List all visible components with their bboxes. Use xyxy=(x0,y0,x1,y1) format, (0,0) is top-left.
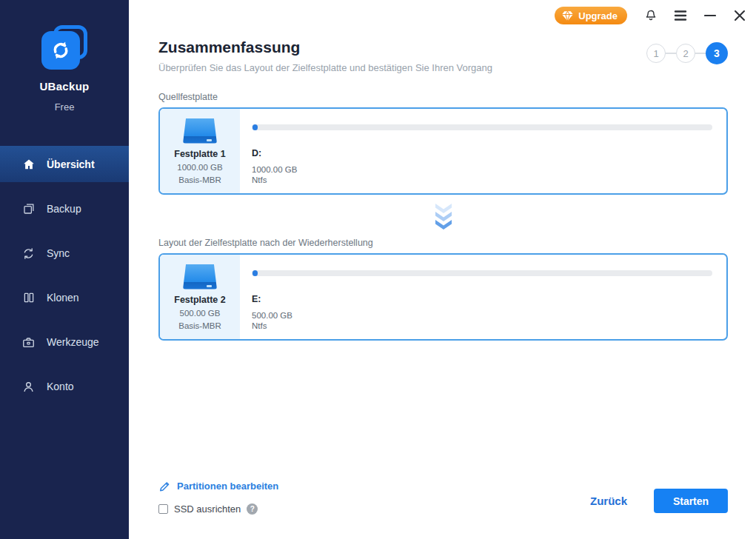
edit-partitions-link[interactable]: Partitionen bearbeiten xyxy=(158,480,278,492)
target-disk-card[interactable]: Festplatte 2 500.00 GB Basis-MBR E: 500.… xyxy=(158,253,728,341)
edit-partitions-label: Partitionen bearbeiten xyxy=(177,481,278,492)
content-area: Zusammenfassung Überprüfen Sie das Layou… xyxy=(129,31,756,539)
sidebar: UBackup Free Übersicht Backup xyxy=(0,0,129,539)
step-connector xyxy=(666,53,676,54)
sidebar-item-konto[interactable]: Konto xyxy=(0,364,129,409)
partition-usage-bar xyxy=(252,270,712,276)
source-disk-card[interactable]: Festplatte 1 1000.00 GB Basis-MBR D: 100… xyxy=(158,107,728,195)
home-icon xyxy=(21,157,36,171)
pencil-icon xyxy=(158,480,171,492)
disk-name: Festplatte 1 xyxy=(174,149,225,159)
account-icon xyxy=(21,380,36,394)
app-window: UBackup Free Übersicht Backup xyxy=(0,0,756,539)
partition-size: 500.00 GB xyxy=(252,311,712,320)
step-connector xyxy=(695,53,706,54)
sidebar-item-label: Klonen xyxy=(47,292,79,304)
sync-icon xyxy=(21,247,36,261)
sidebar-item-label: Backup xyxy=(47,203,81,215)
sidebar-nav: Übersicht Backup Sync xyxy=(0,142,129,409)
sidebar-item-uebersicht[interactable]: Übersicht xyxy=(0,146,129,182)
page-subtitle: Überprüfen Sie das Layout der Zielfestpl… xyxy=(158,62,492,73)
menu-button[interactable] xyxy=(666,4,695,27)
partition-size: 1000.00 GB xyxy=(252,165,712,174)
main-panel: Upgrade xyxy=(129,0,756,539)
partition-letter: D: xyxy=(252,148,712,158)
partition-filesystem: Ntfs xyxy=(252,321,712,330)
partition-used-segment xyxy=(252,124,258,130)
disk-layout-type: Basis-MBR xyxy=(178,321,221,330)
footer: Partitionen bearbeiten SSD ausrichten ? … xyxy=(158,480,728,515)
target-disk-info: Festplatte 2 500.00 GB Basis-MBR xyxy=(160,255,240,339)
sidebar-item-label: Sync xyxy=(47,247,70,259)
app-name: UBackup xyxy=(0,80,129,93)
sidebar-item-label: Konto xyxy=(47,381,74,392)
sidebar-item-sync[interactable]: Sync xyxy=(0,231,129,275)
sync-arrows-icon xyxy=(49,38,73,62)
partition-used-segment xyxy=(252,270,258,276)
minimize-button[interactable] xyxy=(695,4,725,27)
disk-capacity: 500.00 GB xyxy=(180,309,221,318)
source-disk-info: Festplatte 1 1000.00 GB Basis-MBR xyxy=(160,109,240,193)
close-button[interactable] xyxy=(725,4,755,27)
ssd-align-label: SSD ausrichten xyxy=(174,503,241,515)
ssd-align-checkbox[interactable] xyxy=(158,504,168,514)
disk-capacity: 1000.00 GB xyxy=(177,163,222,172)
target-disk-label: Layout der Zielfestplatte nach der Wiede… xyxy=(158,238,728,248)
app-edition: Free xyxy=(0,101,129,113)
upgrade-label: Upgrade xyxy=(578,10,618,21)
minimize-icon xyxy=(704,14,716,17)
step-indicator: 1 2 3 xyxy=(646,42,728,64)
chevrons-down-icon xyxy=(432,203,455,230)
back-button[interactable]: Zurück xyxy=(590,495,627,507)
disk-name: Festplatte 2 xyxy=(174,295,225,305)
bell-icon xyxy=(643,8,658,23)
sidebar-item-label: Werkzeuge xyxy=(47,336,99,348)
gem-icon xyxy=(561,10,574,21)
sidebar-item-klonen[interactable]: Klonen xyxy=(0,275,129,320)
hard-disk-icon xyxy=(183,118,217,144)
sidebar-item-label: Übersicht xyxy=(47,158,95,170)
clone-icon xyxy=(21,291,36,305)
step-3-active: 3 xyxy=(706,42,728,64)
backup-icon xyxy=(21,202,36,216)
ubackup-logo-icon xyxy=(40,25,89,70)
step-1: 1 xyxy=(646,44,666,63)
upgrade-button[interactable]: Upgrade xyxy=(555,7,627,24)
help-icon[interactable]: ? xyxy=(247,503,258,515)
tools-icon xyxy=(21,335,36,349)
partition-filesystem: Ntfs xyxy=(252,175,712,184)
step-2: 2 xyxy=(676,44,695,63)
source-disk-label: Quellfestplatte xyxy=(158,92,728,102)
close-icon xyxy=(734,10,746,21)
sidebar-item-backup[interactable]: Backup xyxy=(0,187,129,231)
partition-usage-bar xyxy=(252,124,712,130)
sidebar-item-werkzeuge[interactable]: Werkzeuge xyxy=(0,320,129,364)
page-title: Zusammenfassung xyxy=(158,38,492,56)
partition-letter: E: xyxy=(252,294,712,304)
app-logo: UBackup Free xyxy=(0,0,129,113)
disk-layout-type: Basis-MBR xyxy=(178,175,221,184)
target-partition-area: E: 500.00 GB Ntfs xyxy=(240,255,726,339)
ssd-align-row: SSD ausrichten ? xyxy=(158,503,278,515)
notifications-button[interactable] xyxy=(636,4,666,27)
hard-disk-icon xyxy=(183,264,217,289)
titlebar: Upgrade xyxy=(129,0,756,31)
start-button[interactable]: Starten xyxy=(654,489,728,513)
source-partition-area: D: 1000.00 GB Ntfs xyxy=(240,109,726,193)
menu-icon xyxy=(674,10,687,21)
